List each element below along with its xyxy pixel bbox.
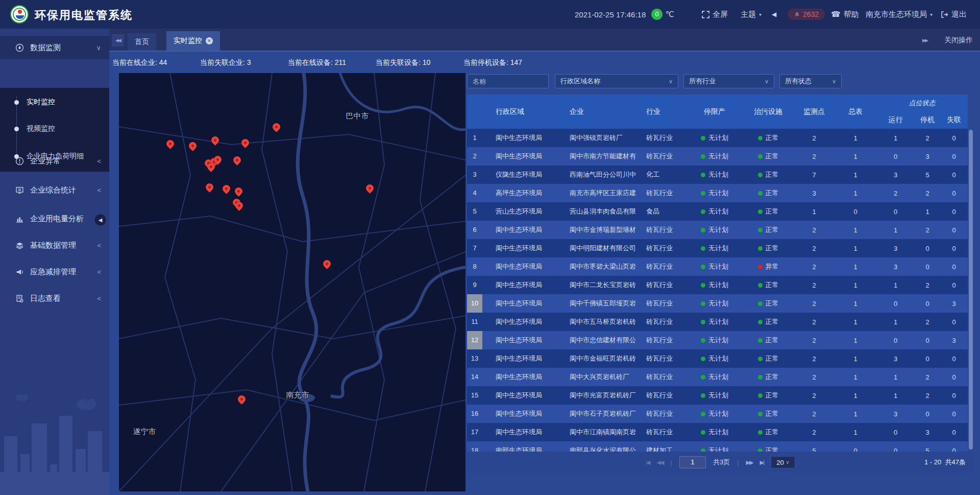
- sidebar-item-log-view[interactable]: 日志查看 <: [0, 287, 109, 310]
- header-datetime: 2021-02-25 17:46:18: [575, 0, 646, 29]
- last-page-button[interactable]: ▶|: [760, 459, 763, 466]
- cell-region: 阆中生态环境局: [493, 239, 567, 257]
- cell-facility: 正常: [743, 405, 794, 423]
- table-row[interactable]: 3仪陇生态环境局西南油气田分公司川中化工无计划正常71350: [467, 166, 968, 184]
- cell-total: 1: [835, 257, 876, 276]
- sidebar-item-data-monitor[interactable]: 数据监测 ∨: [0, 36, 109, 59]
- cell-no: 4: [467, 184, 493, 202]
- tabs-scroll-right-button[interactable]: ▶▶: [919, 34, 931, 46]
- cell-halt: 0: [915, 239, 940, 257]
- chevron-down-icon: ∨: [786, 460, 790, 465]
- status-dot-icon: [758, 136, 763, 140]
- cell-industry: 砖瓦行业: [643, 405, 687, 423]
- sidebar-item-realtime-monitor[interactable]: 实时监控: [0, 97, 109, 107]
- cell-company: 南部县兴化水泥有限公: [567, 441, 643, 452]
- mute-button[interactable]: ◀: [772, 0, 776, 29]
- cell-industry: 砖瓦行业: [643, 349, 687, 368]
- logout-icon: [941, 11, 948, 18]
- cell-facility: 正常: [743, 294, 794, 313]
- page-number-input[interactable]: 1: [679, 456, 706, 468]
- cell-stop: 无计划: [687, 184, 743, 202]
- speaker-icon: ◀: [772, 11, 776, 18]
- cell-lost: 0: [940, 441, 968, 452]
- industry-select[interactable]: 所有行业∨: [683, 74, 774, 88]
- table-row[interactable]: 17阆中生态环境局阆中市江南镇阆南页岩砖瓦行业无计划正常21030: [467, 423, 968, 441]
- row-index-highlighted: 10: [467, 294, 482, 313]
- sidebar-item-video-monitor[interactable]: 视频监控: [0, 124, 109, 134]
- table-row[interactable]: 18南部生态环境局南部县兴化水泥有限公建材加工无计划正常50050: [467, 441, 968, 452]
- theme-dropdown[interactable]: 主题▾: [741, 0, 762, 29]
- region-select[interactable]: 行政区域名称∨: [555, 74, 678, 88]
- cell-monitor: 2: [794, 386, 835, 405]
- sidebar-item-emergency-reduction[interactable]: 应急减排管理 <: [0, 260, 109, 284]
- cell-facility: 异常: [743, 257, 794, 276]
- next-page-button[interactable]: ▶▶: [746, 459, 753, 466]
- tab-close-icon[interactable]: ✕: [206, 37, 213, 44]
- table-row[interactable]: 4高坪生态环境局南充市高坪区王家店建砖瓦行业无计划正常31220: [467, 184, 968, 202]
- chevron-collapsed-icon: <: [97, 242, 101, 249]
- cell-total: 1: [835, 423, 876, 441]
- cell-lost: 0: [940, 221, 968, 239]
- org-dropdown[interactable]: 南充市生态环境局▾: [866, 0, 933, 29]
- cell-total: 1: [835, 147, 876, 166]
- table-row[interactable]: 11阆中生态环境局阆中市五马桥页岩机砖砖瓦行业无计划正常21120: [467, 313, 968, 331]
- table-row[interactable]: 7阆中生态环境局阆中明阳建材有限公司砖瓦行业无计划正常21300: [467, 239, 968, 257]
- notification-count: 2632: [803, 10, 819, 18]
- cell-total: 1: [835, 129, 876, 147]
- name-search-input[interactable]: [467, 74, 549, 88]
- table-row[interactable]: 15阆中生态环境局阆中市光富页岩机砖厂砖瓦行业无计划正常21120: [467, 386, 968, 405]
- table-row[interactable]: 8阆中生态环境局阆中市枣碧大梁山页岩砖瓦行业无计划异常21300: [467, 257, 968, 276]
- table-row[interactable]: 10阆中生态环境局阆中千佛镇五郎垭页岩砖瓦行业无计划正常21003: [467, 294, 968, 313]
- cell-facility: 正常: [743, 386, 794, 405]
- sidebar-item-power-analysis[interactable]: 企业用电量分析 <: [0, 207, 109, 230]
- bell-icon: [794, 11, 800, 18]
- table-row[interactable]: 6阆中生态环境局阆中市金博瑞新型墙材砖瓦行业无计划正常21120: [467, 221, 968, 239]
- close-operations-button[interactable]: 关闭操作: [944, 36, 973, 45]
- cell-halt: 2: [915, 386, 940, 405]
- table-scrollbar[interactable]: [969, 130, 973, 450]
- status-dot-icon: [758, 301, 763, 306]
- table-row[interactable]: 1阆中生态环境局阆中强锐页岩砖厂砖瓦行业无计划正常21120: [467, 129, 968, 147]
- first-page-button[interactable]: |◀: [646, 459, 649, 466]
- cell-facility: 正常: [743, 129, 794, 147]
- sidebar-item-base-data[interactable]: 基础数据管理 <: [0, 233, 109, 257]
- sidebar-item-company-statistics[interactable]: 企业综合统计 <: [0, 178, 109, 202]
- cell-lost: 0: [940, 202, 968, 221]
- status-select[interactable]: 所有状态∨: [779, 74, 842, 88]
- status-dot-icon: [758, 265, 763, 269]
- cell-no: 6: [467, 221, 493, 239]
- cell-run: 3: [876, 239, 915, 257]
- chevron-down-icon: ∨: [669, 78, 673, 85]
- status-dot-icon: [758, 173, 763, 177]
- fullscreen-button[interactable]: 全屏: [702, 0, 728, 29]
- cell-lost: 0: [940, 405, 968, 423]
- help-button[interactable]: ☎ 帮助: [831, 0, 859, 29]
- table-row[interactable]: 14阆中生态环境局阆中大兴页岩机砖厂砖瓦行业无计划正常21120: [467, 368, 968, 386]
- sidebar-item-company-abnormal[interactable]: 企业异常 <: [0, 149, 109, 173]
- tab-home[interactable]: 首页: [128, 33, 156, 51]
- tabs-scroll-left-button[interactable]: ◀◀: [112, 34, 124, 46]
- table-row[interactable]: 13阆中生态环境局阆中市金福旺页岩机砖砖瓦行业无计划正常21300: [467, 349, 968, 368]
- cell-region: 阆中生态环境局: [493, 386, 567, 405]
- map-panel[interactable]: 巴中市南充市遂宁市: [119, 73, 465, 491]
- table-row[interactable]: 2阆中生态环境局阆中市南方节能建材有砖瓦行业无计划正常21030: [467, 147, 968, 166]
- temperature-unit: ℃: [666, 10, 674, 19]
- cell-halt: 2: [915, 184, 940, 202]
- table-row[interactable]: 16阆中生态环境局阆中市石子页岩机砖厂砖瓦行业无计划正常21300: [467, 405, 968, 423]
- cell-stop: 无计划: [687, 257, 743, 276]
- table-row[interactable]: 9阆中生态环境局阆中市二龙长宝页岩砖砖瓦行业无计划正常21120: [467, 276, 968, 294]
- status-dot-icon: [758, 320, 763, 324]
- cell-company: 阆中大兴页岩机砖厂: [567, 368, 643, 386]
- table-row[interactable]: 5营山生态环境局营山县润丰肉食品有限食品无计划正常10010: [467, 202, 968, 221]
- page-size-select[interactable]: 20 ∨: [771, 456, 795, 468]
- notification-badge[interactable]: 2632: [788, 0, 825, 29]
- cell-lost: 0: [940, 423, 968, 441]
- prev-page-button[interactable]: ◀◀: [657, 459, 664, 466]
- table-row[interactable]: 12阆中生态环境局阆中市忠信建材有限公砖瓦行业无计划正常21003: [467, 331, 968, 349]
- cell-facility: 正常: [743, 239, 794, 257]
- sidebar-collapse-button[interactable]: ◀: [94, 214, 107, 226]
- cell-company: 阆中千佛镇五郎垭页岩: [567, 294, 643, 313]
- logout-button[interactable]: 退出: [941, 0, 967, 29]
- tab-realtime-monitor[interactable]: 实时监控 ✕: [166, 31, 220, 51]
- app-header: 环保用电监管系统 2021-02-25 17:46:18 0 ℃ 全屏 主题▾ …: [0, 0, 980, 29]
